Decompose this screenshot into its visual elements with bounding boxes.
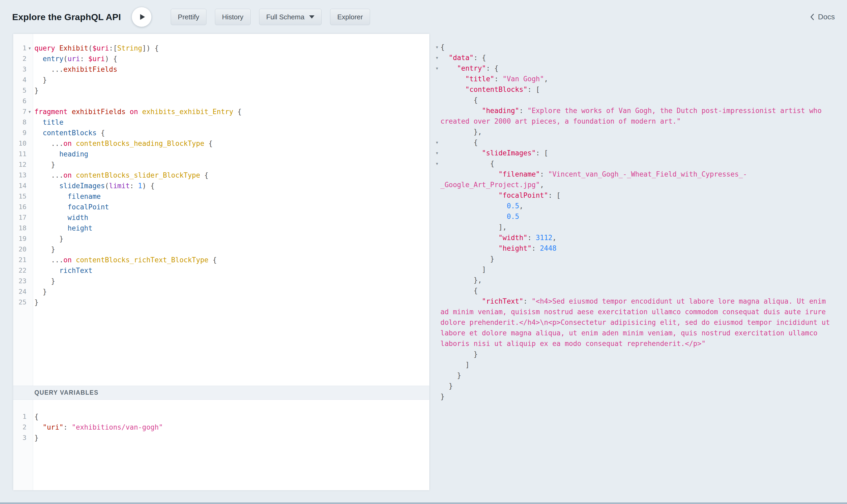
- code-token: limit: [109, 182, 130, 190]
- query-editor[interactable]: 1▾query Exhibit($uri:[String]) {2 entry(…: [13, 34, 429, 386]
- code-line: 16 focalPoint: [13, 202, 429, 212]
- code-text: "data": {: [440, 52, 835, 63]
- code-token: {: [494, 64, 499, 72]
- execute-button[interactable]: [131, 7, 152, 27]
- code-token: uri: [68, 55, 80, 63]
- code-line: 25}: [13, 297, 429, 308]
- code-line: "width": 3112,: [434, 232, 843, 243]
- code-token: focalPoint: [68, 203, 109, 211]
- line-number: 6: [13, 96, 26, 106]
- fold-marker-icon[interactable]: ▾: [26, 106, 33, 117]
- code-text: {: [440, 158, 835, 169]
- line-number: 2: [13, 422, 26, 433]
- result-viewer: ▾{▾ "data": {▾ "entry": { "title": "Van …: [434, 34, 843, 494]
- code-line: }: [434, 381, 843, 391]
- fold-marker-icon[interactable]: ▾: [434, 42, 440, 52]
- line-number: 17: [13, 212, 26, 223]
- code-token: [72, 171, 76, 179]
- code-token: {: [482, 54, 486, 62]
- code-token: Exhibit: [59, 44, 88, 52]
- code-token: }: [42, 288, 47, 296]
- line-number: 1: [13, 411, 26, 422]
- code-text: }: [440, 370, 835, 381]
- prettify-button[interactable]: Prettify: [171, 9, 206, 25]
- code-line: ▾ "slideImages": [: [434, 148, 843, 158]
- code-token: ...: [51, 140, 64, 147]
- code-token: "richText": [482, 297, 524, 305]
- query-variables-header[interactable]: QUERY VARIABLES: [13, 386, 429, 400]
- explorer-button[interactable]: Explorer: [330, 9, 370, 25]
- fold-marker-icon[interactable]: ▾: [434, 137, 440, 148]
- full-schema-dropdown[interactable]: Full Schema: [259, 9, 322, 25]
- chevron-left-icon: [809, 13, 815, 21]
- full-schema-label: Full Schema: [266, 13, 305, 21]
- code-token: query: [34, 44, 55, 52]
- fold-marker-icon[interactable]: ▾: [26, 43, 33, 53]
- history-button[interactable]: History: [215, 9, 251, 25]
- code-token: :: [130, 182, 134, 190]
- code-text: ...on contentBlocks_heading_BlockType {: [33, 138, 429, 149]
- line-number: 16: [13, 202, 26, 212]
- code-token: [440, 361, 465, 369]
- code-line: 9 contentBlocks {: [13, 128, 429, 138]
- code-token: title: [42, 118, 63, 126]
- code-line: "contentBlocks": [: [434, 84, 843, 95]
- line-number: 10: [13, 138, 26, 149]
- query-variables-title: QUERY VARIABLES: [34, 389, 98, 396]
- code-token: [440, 170, 499, 178]
- code-token: "heading": [482, 107, 519, 114]
- code-token: [440, 192, 499, 199]
- code-token: {: [101, 129, 105, 137]
- code-token: {: [473, 96, 478, 104]
- code-token: [531, 234, 536, 242]
- fold-marker-icon[interactable]: ▾: [434, 158, 440, 169]
- code-line: 2 entry(uri: $uri) {: [13, 53, 429, 64]
- code-text: width: [33, 212, 429, 223]
- line-number: 4: [13, 75, 26, 85]
- code-line: "filename": "Vincent_van_Gogh_-_Wheat_Fi…: [434, 169, 843, 190]
- code-line: 2 "uri": "exhibitions/van-gogh": [13, 422, 429, 433]
- variables-editor[interactable]: 1{2 "uri": "exhibitions/van-gogh"3}: [13, 400, 429, 490]
- code-line: 3 ...exhibitFields: [13, 64, 429, 75]
- code-token: (: [88, 44, 93, 52]
- code-token: [440, 234, 499, 242]
- line-number: 22: [13, 265, 26, 276]
- code-line: "focalPoint": [: [434, 190, 843, 201]
- code-text: }: [33, 244, 429, 255]
- chevron-down-icon: [309, 15, 314, 19]
- code-token: slideImages: [59, 182, 105, 190]
- code-text: 0.5: [440, 211, 835, 222]
- docs-link[interactable]: Docs: [809, 13, 835, 21]
- code-token: [34, 150, 59, 158]
- code-token: [: [536, 86, 540, 93]
- code-text: "height": 2448: [440, 243, 835, 254]
- code-line: ▾ {: [434, 158, 843, 169]
- code-token: [440, 276, 473, 284]
- code-token: }: [34, 298, 39, 306]
- code-token: "slideImages": [482, 149, 536, 157]
- code-token: {: [34, 413, 39, 420]
- code-text: }: [33, 233, 429, 244]
- code-token: [146, 182, 150, 190]
- panel-divider[interactable]: [429, 34, 434, 490]
- code-token: on: [64, 256, 72, 264]
- code-line: }: [434, 391, 843, 402]
- fold-marker-icon[interactable]: ▾: [434, 52, 440, 63]
- code-text: {: [440, 137, 835, 148]
- code-text: }: [33, 433, 429, 443]
- code-line: 17 width: [13, 212, 429, 223]
- code-line: 19 }: [13, 233, 429, 244]
- fold-marker-icon[interactable]: ▾: [434, 148, 440, 158]
- code-text: ...on contentBlocks_richText_BlockType {: [33, 255, 429, 265]
- code-token: :: [540, 170, 544, 178]
- code-token: ,: [519, 202, 523, 210]
- toolbar: Prettify History Full Schema Explorer: [171, 9, 370, 25]
- code-token: }: [457, 372, 461, 379]
- code-token: [34, 267, 59, 274]
- code-text: }: [33, 159, 429, 170]
- line-number: 25: [13, 297, 26, 308]
- code-line: 0.5: [434, 211, 843, 222]
- code-token: "focalPoint": [499, 192, 548, 199]
- fold-marker-icon[interactable]: ▾: [434, 63, 440, 74]
- code-line: "heading": "Explore the works of Van Gog…: [434, 105, 843, 127]
